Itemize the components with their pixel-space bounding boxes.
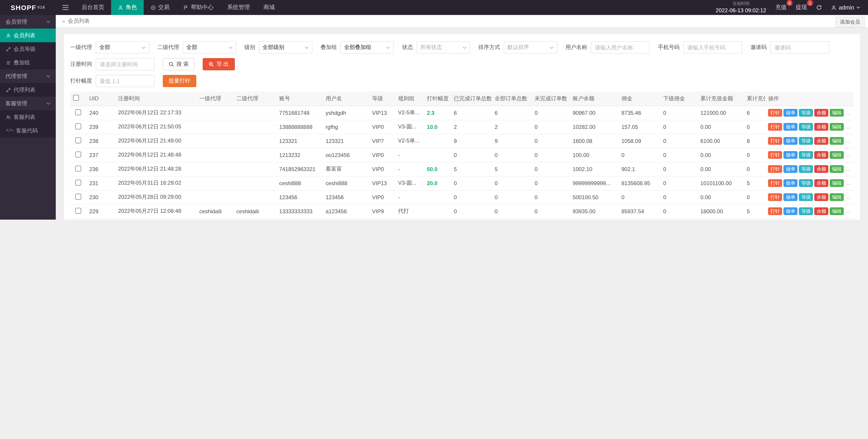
cell-uid: 239 [87,120,115,134]
nav-item-system-management[interactable]: 系统管理 [220,0,257,15]
make-order-button[interactable]: 做单 [784,109,798,116]
nav-item-roles[interactable]: 角色 [111,0,144,15]
cell-rule_group: - [395,148,424,162]
edit-button[interactable]: 编辑 [830,165,844,173]
cell-reg_time: 2022年06月12日 22:17:33 [115,106,197,120]
overlay-group-select[interactable]: 全部叠加组 [340,41,394,54]
column-header-agent1: 一级代理 [196,92,234,106]
balance-button[interactable]: 余额 [814,165,829,173]
make-order-button[interactable]: 做单 [784,137,798,145]
level-button[interactable]: 等级 [799,109,813,116]
row-checkbox[interactable] [75,151,82,157]
level-select[interactable]: 全部级别 [259,41,312,54]
row-more-button[interactable]: … [845,166,851,172]
username-input[interactable] [591,41,650,54]
edit-button[interactable]: 编辑 [830,137,844,145]
cell-inject: 20.0 [424,176,451,190]
edit-button[interactable]: 编辑 [830,109,844,116]
inject-range-input[interactable] [96,75,155,87]
inject-button[interactable]: 打针 [768,109,782,116]
row-more-button[interactable]: … [845,194,851,200]
make-order-button[interactable]: 做单 [784,123,798,130]
make-order-button[interactable]: 做单 [784,193,798,201]
sidebar-item-service-list[interactable]: 客服列表 [0,110,56,124]
select-all-checkbox[interactable] [73,95,79,101]
sidebar-item-service-code[interactable]: </> 客服代码 [0,124,56,138]
row-checkbox[interactable] [75,179,82,185]
recharge-menu[interactable]: 充值 6 [775,4,786,11]
row-more-button[interactable]: … [845,180,851,186]
row-more-button[interactable]: … [845,151,851,158]
inject-button[interactable]: 打针 [768,151,782,158]
refresh-button[interactable] [816,4,822,10]
level-button[interactable]: 等级 [799,137,813,145]
inject-button[interactable]: 打针 [768,179,782,187]
export-button[interactable]: 导 出 [203,58,235,70]
row-checkbox[interactable] [75,194,82,199]
level-button[interactable]: 等级 [799,123,813,130]
sidebar-group-agent-management[interactable]: 代理管理 [0,69,56,83]
balance-button[interactable]: 余额 [814,179,829,187]
cell-balance: 10282.00 [570,120,619,134]
edit-button[interactable]: 编辑 [830,193,844,201]
agent2-select[interactable]: 全部 [183,41,236,54]
inject-button[interactable]: 打针 [768,137,782,145]
batch-inject-button[interactable]: 批量打针 [163,75,196,87]
edit-button[interactable]: 编辑 [830,123,844,130]
edit-button[interactable]: 编辑 [830,151,844,158]
level-button[interactable]: 等级 [799,151,813,158]
row-more-button[interactable]: … [845,109,851,116]
row-checkbox[interactable] [75,123,82,129]
row-checkbox[interactable] [75,137,82,143]
reg-time-input[interactable] [96,58,155,70]
add-member-button[interactable]: 添加会员 [836,17,865,27]
balance-button[interactable]: 余额 [814,193,829,201]
row-more-button[interactable]: … [845,123,851,130]
sidebar-item-overlay-group[interactable]: 叠加组 [0,56,56,69]
nav-item-help-center[interactable]: 帮助中心 [176,0,220,15]
make-order-button[interactable]: 做单 [784,165,798,173]
edit-button[interactable]: 编辑 [830,207,844,215]
hamburger-menu-button[interactable] [56,0,75,15]
sidebar-group-service-management[interactable]: 客服管理 [0,97,56,110]
sidebar-item-member-level[interactable]: 会员等级 [0,42,56,56]
search-button[interactable]: 搜 索 [163,58,195,70]
row-checkbox[interactable] [75,208,82,213]
invite-code-input[interactable] [770,41,829,54]
status-select[interactable]: 所有状态 [417,41,470,54]
phone-input[interactable] [683,41,742,54]
balance-button[interactable]: 余额 [814,137,829,145]
inject-button[interactable]: 打针 [768,193,782,201]
level-button[interactable]: 等级 [799,207,813,215]
inject-button[interactable]: 打针 [768,207,782,215]
balance-button[interactable]: 余额 [814,109,829,116]
level-button[interactable]: 等级 [799,193,813,201]
sidebar-group-member-management[interactable]: 会员管理 [0,15,56,29]
balance-button[interactable]: 余额 [814,207,829,215]
inject-button[interactable]: 打针 [768,123,782,130]
level-button[interactable]: 等级 [799,179,813,187]
agent1-select[interactable]: 全部 [96,41,149,54]
sort-select[interactable]: 默认排序 [504,41,557,54]
nav-item-mall[interactable]: 商城 [257,0,282,15]
balance-button[interactable]: 余额 [814,151,829,158]
sidebar-item-member-list[interactable]: 会员列表 [0,29,56,42]
make-order-button[interactable]: 做单 [784,179,798,187]
nav-item-trade[interactable]: 交易 [144,0,176,15]
nav-item-home[interactable]: 后台首页 [75,0,111,15]
sidebar-item-agent-list[interactable]: 代理列表 [0,83,56,97]
row-checkbox[interactable] [75,109,82,115]
table-row: 2302022年05月28日 09:29:00123456123456VIP0-… [70,190,854,204]
make-order-button[interactable]: 做单 [784,151,798,158]
row-more-button[interactable]: … [845,138,851,144]
user-menu[interactable]: admin [831,4,860,11]
row-more-button[interactable]: … [845,208,851,214]
make-order-button[interactable]: 做单 [784,207,798,215]
balance-button[interactable]: 余额 [814,123,829,130]
edit-button[interactable]: 编辑 [830,179,844,187]
inject-button[interactable]: 打针 [768,165,782,173]
row-checkbox[interactable] [75,166,82,171]
withdraw-menu[interactable]: 提现 1 [796,4,807,11]
level-button[interactable]: 等级 [799,165,813,173]
cell-undone_orders: 0 [532,204,570,218]
